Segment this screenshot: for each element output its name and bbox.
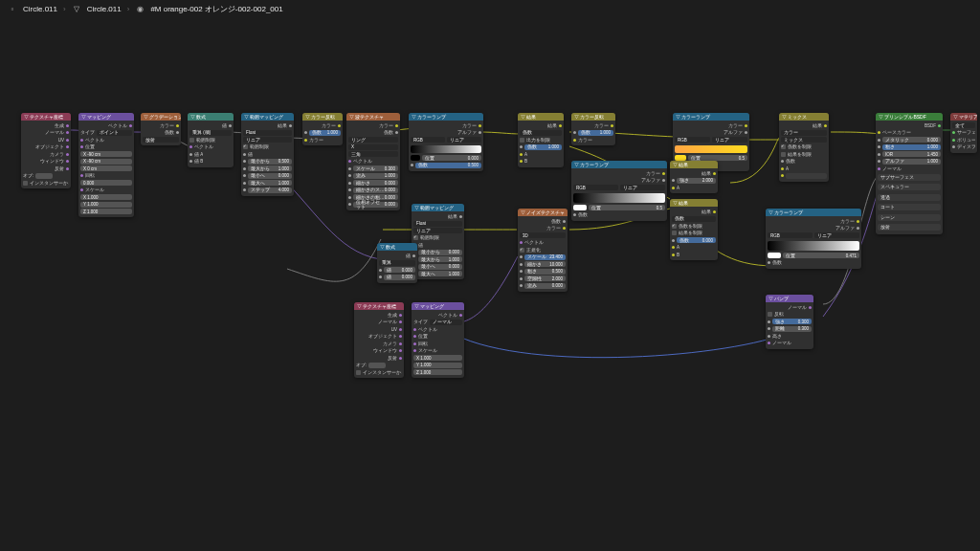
node-header[interactable]: ▽ バンプ [766, 295, 813, 302]
node-mapping[interactable]: ▽ マッピング ベクトル タイプノーマル ベクトル 位置 回転 スケール X 1… [412, 302, 464, 378]
section-subsurface[interactable]: サブサーフェス [878, 174, 941, 181]
checkbox-clamp[interactable] [520, 138, 524, 143]
node-gradient-texture[interactable]: ▽ グラデーションテ… カラー 係数 放射 [141, 113, 181, 145]
metallic[interactable]: メタリック0.000 [882, 137, 941, 143]
node-material-output[interactable]: ▽ マテリアル出力 全て サーフェス ボリューム ディスプレイスメント [950, 113, 977, 153]
interp-dd[interactable]: リニア [243, 137, 292, 143]
alpha[interactable]: アルファ1.000 [882, 159, 941, 165]
mr-interp[interactable]: リニア [413, 228, 462, 233]
checkbox-clamp-res[interactable] [781, 152, 786, 157]
wave-profile[interactable]: 三角 [348, 151, 398, 157]
node-header[interactable]: ▽ マッピング [412, 302, 464, 310]
node-header[interactable]: ▽ 波テクスチャ [346, 113, 400, 121]
node-header[interactable]: ▽ カラーランプ [571, 161, 667, 168]
tmin[interactable]: 最小へ0.000 [418, 264, 462, 270]
node-header[interactable]: ▽ プリンシプルBSDF [876, 113, 943, 121]
wave-detail[interactable]: 細かさ0.000 [353, 180, 398, 186]
checkbox-clamp[interactable] [189, 138, 194, 143]
node-principled-bsdf[interactable]: ▽ プリンシプルBSDF BSDF ベースカラー メタリック0.000 粗さ1.… [876, 113, 943, 234]
mix-type[interactable]: 係数 [672, 216, 716, 222]
node-header[interactable]: ▽ ノイズテクスチャ [518, 209, 568, 216]
node-color-ramp[interactable]: ▽ カラーランプ カラー アルファ RGBリニア 位置0.5 係数 [571, 161, 667, 221]
wave-detailscale[interactable]: 細かさのス…0.000 [353, 187, 398, 193]
field-loc-z[interactable]: X 0 cm [80, 165, 132, 171]
mix-datatype[interactable]: カラー [781, 130, 827, 136]
ramp-mode[interactable]: RGB [675, 137, 710, 143]
color-ramp-gradient[interactable] [768, 241, 859, 251]
wave-dir[interactable]: X [348, 144, 398, 150]
node-color-ramp[interactable]: ▽ カラーランプ カラー アルファ RGBリニア 位置0.000 係数0.500 [409, 113, 483, 171]
wave-phase[interactable]: 位相オフセット0.000 [353, 202, 398, 208]
node-header[interactable]: ▽ テクスチャ座標 [21, 113, 71, 121]
ramp-pos[interactable]: 位置0.471 [783, 253, 859, 258]
type-dd[interactable]: ノーマル [430, 320, 462, 325]
noise-lac[interactable]: 空隙性2.000 [524, 276, 566, 281]
noise-dim[interactable]: 3D [520, 232, 566, 238]
node-header[interactable]: ▽ カラーランプ [673, 113, 749, 121]
node-header[interactable]: ▽ ミックス [779, 113, 829, 121]
node-header[interactable]: ▽ カラー反転 [571, 113, 615, 121]
object-picker[interactable] [35, 173, 53, 179]
ramp-interp[interactable]: リニア [712, 137, 747, 143]
node-header[interactable]: ▽ 結果 [670, 199, 718, 207]
object-picker[interactable] [368, 363, 386, 368]
ramp-interp[interactable]: リニア [447, 137, 481, 143]
math-op[interactable]: 乗算 [379, 260, 415, 266]
node-invert[interactable]: ▽ カラー反転 カラー 係数1.000 カラー [302, 113, 343, 145]
node-mix-color[interactable]: ▽ ミックス 結果 カラー ミックス 係数を制限 結果を制限 係数 A [779, 113, 829, 182]
field-scale-y[interactable]: Y 1.000 [80, 202, 132, 208]
fmax[interactable]: 最大から1.000 [418, 256, 462, 262]
ramp-swatch[interactable] [573, 205, 587, 210]
mix-blendmode[interactable]: ミックス [781, 137, 827, 143]
node-math[interactable]: ▽ 数式 値 乗算 値0.000 値0.000 [377, 243, 417, 283]
mix-mode[interactable]: 係数 [520, 130, 562, 136]
fmax[interactable]: 最大から1.000 [248, 165, 292, 171]
steps[interactable]: ステップ4.000 [248, 187, 292, 193]
scale-x[interactable]: X 1.000 [413, 355, 462, 361]
tmax[interactable]: 最大へ1.000 [248, 180, 292, 186]
node-header[interactable]: ▽ カラーランプ [766, 209, 861, 216]
type-dd[interactable]: Float [243, 130, 292, 136]
color-ramp-gradient[interactable] [675, 145, 747, 153]
roughness[interactable]: 粗さ1.000 [882, 144, 941, 150]
section-emission[interactable]: 放射 [878, 224, 941, 231]
checkbox-clamp-fac[interactable] [672, 224, 677, 229]
checkbox-instancer[interactable] [356, 370, 361, 375]
ramp-interp[interactable]: リニア [814, 232, 859, 238]
checkbox-clamp-fac[interactable] [781, 144, 786, 149]
noise-rough[interactable]: 粗さ0.500 [524, 269, 566, 275]
bump-strength[interactable]: 強さ0.300 [772, 319, 812, 324]
node-mix[interactable]: ▽ 結果 結果 強さ2.000 A [670, 161, 718, 193]
node-header[interactable]: ▽ グラデーションテ… [141, 113, 181, 121]
color-ramp-gradient[interactable] [411, 145, 481, 153]
gradient-type-dropdown[interactable]: 放射 [143, 137, 179, 143]
ramp-mode[interactable]: RGB [768, 232, 813, 238]
field-loc-x[interactable]: X -90 cm [80, 151, 132, 157]
ramp-fac[interactable]: 係数0.500 [415, 163, 481, 168]
fmin[interactable]: 最小から0.500 [248, 159, 292, 165]
noise-scale[interactable]: スケール23.400 [524, 254, 566, 260]
node-bump[interactable]: ▽ バンプ ノーマル 反転 強さ0.300 距離0.300 高さ ノーマル [766, 295, 813, 349]
wave-scale[interactable]: スケール0.300 [353, 165, 398, 171]
node-texture-coordinate[interactable]: ▽ テクスチャ座標 生成 ノーマル UV オブジェクト カメラ ウィンドウ 反射… [21, 113, 71, 188]
node-header[interactable]: ▽ テクスチャ座標 [354, 302, 404, 310]
mix-fac[interactable]: 係数1.000 [524, 144, 562, 150]
noise-dist[interactable]: 歪み0.000 [524, 283, 566, 289]
node-mix[interactable]: ▽ 結果 結果 係数 係数を制限 結果を制限 係数0.000 A B [670, 199, 718, 260]
node-texture-coordinate[interactable]: ▽ テクスチャ座標 生成 ノーマル UV オブジェクト カメラ ウィンドウ 反射… [354, 302, 404, 378]
wave-type[interactable]: リング [348, 137, 398, 143]
math-a[interactable]: 値0.000 [384, 267, 415, 273]
node-editor-canvas[interactable]: ▽ テクスチャ座標 生成 ノーマル UV オブジェクト カメラ ウィンドウ 反射… [0, 17, 980, 551]
node-header[interactable]: ▽ 結果 [670, 161, 718, 168]
mr-type[interactable]: Float [413, 221, 462, 227]
str[interactable]: 強さ2.000 [677, 178, 716, 184]
crumb-object[interactable]: Circle.011 [23, 5, 57, 13]
section-coat[interactable]: コート [878, 204, 941, 210]
node-map-range[interactable]: ▽ 範囲マッピング 結果 Float リニア 範囲制限 値 最小から0.500 … [241, 113, 294, 196]
ramp-swatch[interactable] [411, 155, 420, 161]
field-loc-y[interactable]: X -90 cm [80, 159, 132, 165]
color-ramp-gradient[interactable] [573, 193, 665, 203]
node-header[interactable]: ▽ 数式 [377, 243, 417, 251]
node-header[interactable]: ▽ マテリアル出力 [950, 113, 977, 121]
node-mapping[interactable]: ▽ マッピング ベクトル タイプポイント ベクトル 位置 X -90 cm X … [78, 113, 134, 217]
